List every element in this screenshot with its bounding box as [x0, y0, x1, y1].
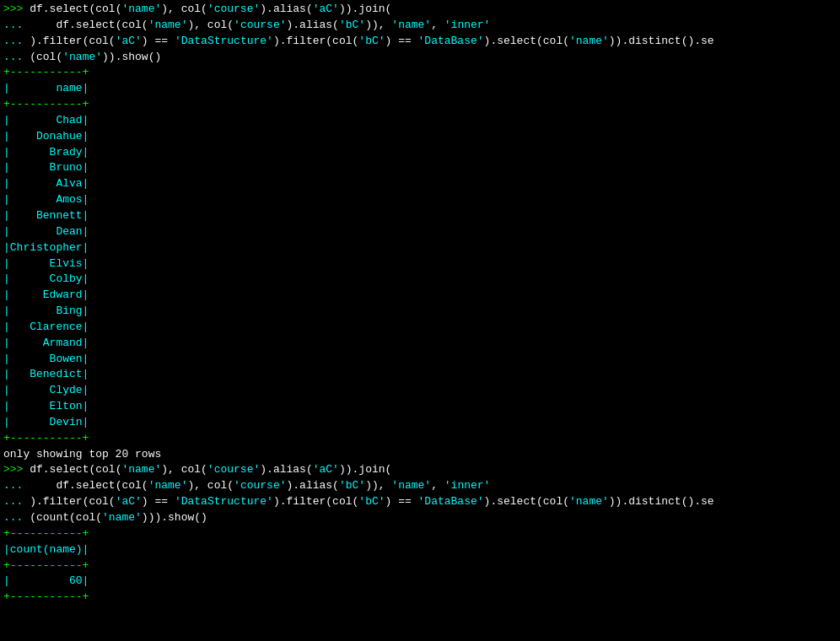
continuation-marker: ... [3, 511, 30, 524]
terminal-line-3: ... (col('name')).show() [3, 50, 837, 66]
string-literal: 'aC' [116, 495, 142, 508]
table-border: +-----------+ [3, 98, 89, 110]
terminal-line-11: | Alva| [3, 176, 837, 192]
terminal-line-35: |count(name)| [3, 542, 837, 558]
terminal-line-22: | Bowen| [3, 352, 837, 368]
string-literal: 'name' [121, 3, 161, 15]
table-data-row: | Donahue| [3, 130, 89, 143]
table-data-row: | Colby| [3, 272, 89, 285]
terminal: >>> df.select(col('name'), col('course')… [0, 0, 840, 641]
table-data-row: | Devin| [3, 416, 89, 428]
string-literal: 'name' [62, 51, 102, 63]
terminal-line-33: ... (count(col('name'))).show() [3, 510, 837, 526]
table-data-row: | Armand| [3, 337, 89, 349]
terminal-line-37: | 60| [3, 574, 837, 590]
table-data-row: | Alva| [3, 177, 89, 190]
terminal-line-2: ... ).filter(col('aC') == 'DataStructure… [3, 34, 837, 50]
table-data-row: | 60| [3, 574, 89, 587]
terminal-line-13: | Bennett| [3, 208, 837, 224]
table-data-row: |Christopher| [3, 241, 89, 254]
terminal-line-17: | Colby| [3, 272, 837, 288]
table-data-row: | Chad| [3, 114, 89, 127]
table-data-row: | Bennett| [3, 209, 89, 222]
table-data-row: | Elvis| [3, 257, 89, 270]
string-literal: 'course' [234, 19, 286, 31]
string-literal: 'DataStructure' [175, 35, 273, 47]
terminal-line-20: | Clarence| [3, 320, 837, 336]
table-data-row: | Bing| [3, 304, 89, 317]
continuation-marker: ... [3, 19, 30, 31]
string-literal: 'DataBase' [418, 495, 484, 508]
continuation-marker: ... [3, 479, 30, 492]
terminal-line-5: | name| [3, 81, 837, 97]
table-data-row: | Amos| [3, 193, 89, 206]
terminal-line-15: |Christopher| [3, 240, 837, 256]
table-border: +-----------+ [3, 432, 89, 444]
terminal-line-21: | Armand| [3, 336, 837, 352]
string-literal: 'bC' [358, 35, 385, 47]
terminal-line-26: | Devin| [3, 415, 837, 431]
info-text: only showing top 20 rows [3, 448, 161, 461]
table-header: | name| [3, 82, 89, 94]
string-literal: 'aC' [313, 3, 339, 15]
string-literal: 'aC' [313, 463, 339, 476]
string-literal: 'course' [207, 463, 260, 476]
terminal-line-8: | Donahue| [3, 129, 837, 145]
terminal-line-12: | Amos| [3, 192, 837, 208]
string-literal: 'course' [234, 479, 286, 492]
string-literal: 'name' [148, 479, 188, 492]
string-literal: 'aC' [116, 35, 142, 47]
table-data-row: | Clarence| [3, 320, 89, 333]
terminal-line-1: ... df.select(col('name'), col('course')… [3, 18, 837, 34]
string-literal: 'course' [207, 3, 260, 15]
terminal-line-0: >>> df.select(col('name'), col('course')… [3, 2, 837, 18]
table-border: +-----------+ [3, 527, 89, 540]
terminal-line-34: +-----------+ [3, 526, 837, 542]
terminal-line-32: ... ).filter(col('aC') == 'DataStructure… [3, 494, 837, 510]
table-border: +-----------+ [3, 66, 89, 78]
terminal-line-25: | Elton| [3, 399, 837, 415]
table-data-row: | Dean| [3, 225, 89, 238]
table-data-row: | Edward| [3, 288, 89, 301]
continuation-marker: ... [3, 495, 30, 508]
terminal-line-18: | Edward| [3, 288, 837, 304]
terminal-line-9: | Brady| [3, 145, 837, 161]
prompt-marker: >>> [3, 3, 30, 15]
string-literal: 'name' [148, 19, 188, 31]
terminal-line-27: +-----------+ [3, 431, 837, 447]
prompt-marker: >>> [3, 463, 30, 476]
terminal-line-30: >>> df.select(col('name'), col('course')… [3, 462, 837, 478]
terminal-line-28: only showing top 20 rows [3, 447, 837, 463]
table-border: +-----------+ [3, 559, 89, 572]
terminal-line-4: +-----------+ [3, 65, 837, 81]
table-header: |count(name)| [3, 543, 89, 556]
terminal-line-31: ... df.select(col('name'), col('course')… [3, 478, 837, 494]
table-data-row: | Bruno| [3, 161, 89, 174]
table-border: +-----------+ [3, 590, 89, 603]
terminal-line-38: +-----------+ [3, 590, 837, 606]
string-literal: 'DataStructure' [175, 495, 273, 508]
table-data-row: | Elton| [3, 400, 89, 412]
terminal-line-7: | Chad| [3, 113, 837, 129]
string-literal: 'name' [569, 35, 609, 47]
terminal-line-19: | Bing| [3, 304, 837, 320]
terminal-line-23: | Benedict| [3, 367, 837, 383]
string-literal: 'name' [391, 479, 431, 492]
terminal-line-10: | Bruno| [3, 160, 837, 176]
string-literal: 'bC' [339, 19, 365, 31]
table-data-row: | Benedict| [3, 368, 89, 380]
string-literal: 'name' [569, 495, 609, 508]
string-literal: 'DataBase' [418, 35, 484, 47]
string-literal: 'inner' [444, 479, 491, 492]
string-literal: 'bC' [358, 495, 385, 508]
continuation-marker: ... [3, 51, 30, 63]
table-data-row: | Clyde| [3, 384, 89, 396]
terminal-line-6: +-----------+ [3, 97, 837, 113]
table-data-row: | Bowen| [3, 353, 89, 365]
string-literal: 'name' [121, 463, 161, 476]
string-literal: 'name' [102, 511, 142, 524]
string-literal: 'inner' [444, 19, 491, 31]
terminal-line-36: +-----------+ [3, 558, 837, 574]
terminal-line-24: | Clyde| [3, 383, 837, 399]
terminal-line-14: | Dean| [3, 224, 837, 240]
